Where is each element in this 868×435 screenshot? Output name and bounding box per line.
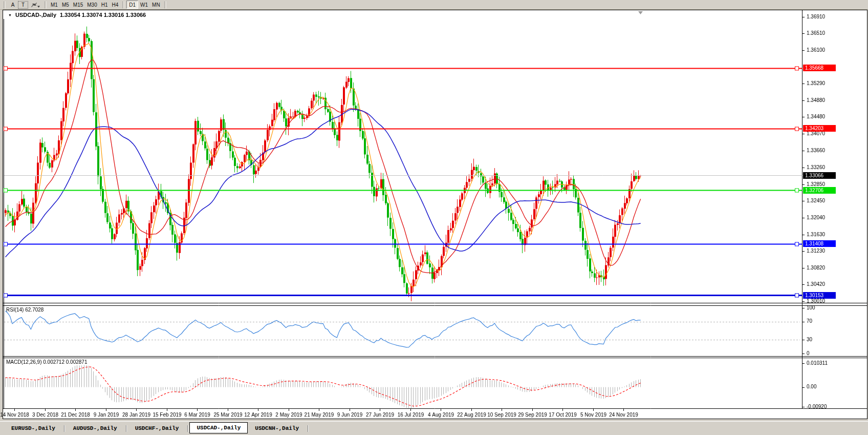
tab-usdcad[interactable]: USDCAD-,Daily xyxy=(189,422,248,433)
toolbar-grip-3[interactable] xyxy=(164,2,166,8)
timeframe-mn-button[interactable]: MN xyxy=(150,1,162,9)
timeframe-h1-button[interactable]: H1 xyxy=(99,1,110,9)
price-tag-support-blue: 1.31408 xyxy=(803,240,836,247)
macd-indicator-label: MACD(12,26,9) 0.002712 0.002871 xyxy=(6,359,87,365)
chart-symbol-title: USDCAD-,Daily xyxy=(15,12,56,18)
timeframe-m15-button[interactable]: M15 xyxy=(71,1,85,9)
rsi-indicator-label: RSI(14) 62.7028 xyxy=(6,307,44,313)
symbol-tab-bar: EURUSD-,DailyAUDUSD-,DailyUSDCHF-,DailyU… xyxy=(0,421,868,435)
timeframe-group: M1M5M15M30H1H4D1W1MN xyxy=(49,1,162,9)
timeframe-d1-button[interactable]: D1 xyxy=(126,1,138,9)
timeframe-w1-button[interactable]: W1 xyxy=(138,1,150,9)
timeframe-m1-button[interactable]: M1 xyxy=(49,1,60,9)
chart-title-bar: ▼ USDCAD-,Daily 1.33054 1.33074 1.33016 … xyxy=(8,12,146,18)
tab-separator xyxy=(126,425,126,432)
price-tag-resistance-lower: 1.34203 xyxy=(803,125,836,132)
chart-ohlc-values: 1.33054 1.33074 1.33016 1.33066 xyxy=(60,12,146,18)
symbol-dropdown-icon[interactable]: ▼ xyxy=(8,13,12,17)
price-tag-support-blue-low: 1.30153 xyxy=(803,292,836,299)
tab-separator xyxy=(308,425,308,432)
trading-terminal: { "toolbar": { "tool_a_label": "A", "too… xyxy=(0,0,868,435)
toolbar-grip-2[interactable] xyxy=(45,2,47,8)
tool-t-button[interactable]: T xyxy=(18,1,28,9)
tab-eurusd[interactable]: EURUSD-,Daily xyxy=(4,423,62,433)
chart-canvas[interactable] xyxy=(0,0,868,435)
price-tag-resistance-upper: 1.35668 xyxy=(803,65,836,71)
arrows-dropdown-button[interactable] xyxy=(28,1,42,9)
price-tag-current-price: 1.33066 xyxy=(803,172,836,179)
timeframe-m5-button[interactable]: M5 xyxy=(60,1,71,9)
tab-audusd[interactable]: AUDUSD-,Daily xyxy=(66,423,124,433)
tool-a-button[interactable]: A xyxy=(8,1,18,9)
toolbar-separator xyxy=(122,2,124,8)
tab-usdchf[interactable]: USDCHF-,Daily xyxy=(128,423,186,433)
price-tag-support-green: 1.32706 xyxy=(803,187,836,194)
tab-separator xyxy=(64,425,64,432)
timeframe-m30-button[interactable]: M30 xyxy=(85,1,99,9)
toolbar-grip[interactable] xyxy=(4,2,6,8)
tab-separator xyxy=(187,425,188,432)
top-toolbar: A T M1M5M15M30H1H4D1W1MN xyxy=(0,0,868,10)
timeframe-h4-button[interactable]: H4 xyxy=(110,1,121,9)
arrows-tool-icon xyxy=(30,2,40,8)
tab-usdcnh[interactable]: USDCNH-,Daily xyxy=(248,423,306,433)
